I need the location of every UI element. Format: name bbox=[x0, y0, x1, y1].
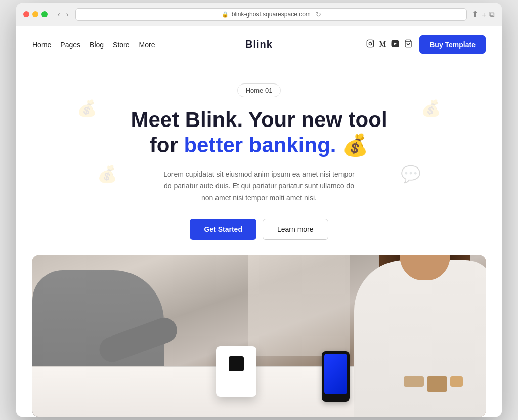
social-icons: M bbox=[366, 39, 412, 50]
hero-photo bbox=[32, 255, 486, 417]
hero-title-emoji: 💰 bbox=[342, 133, 368, 157]
browser-action-buttons: ⬆ + ⧉ bbox=[472, 10, 495, 19]
youtube-icon[interactable] bbox=[391, 39, 399, 50]
traffic-lights bbox=[23, 11, 48, 17]
terminal-logo bbox=[229, 356, 244, 371]
new-tab-button[interactable]: + bbox=[482, 10, 486, 19]
hero-buttons: Get Started Learn more bbox=[190, 219, 328, 240]
share-button[interactable]: ⬆ bbox=[472, 10, 479, 19]
nav-store[interactable]: Store bbox=[113, 40, 130, 49]
float-icon-top-right: 💰 bbox=[421, 99, 441, 118]
browser-chrome: ‹ › 🔒 blink-ghost.squarespace.com ↻ ⬆ + … bbox=[16, 3, 502, 26]
medium-icon[interactable]: M bbox=[379, 40, 386, 49]
nav-blog[interactable]: Blog bbox=[90, 40, 104, 49]
hero-badge: Home 01 bbox=[237, 83, 281, 97]
get-started-button[interactable]: Get Started bbox=[190, 219, 256, 240]
hero-section: 💰 💰 💰 💬 Home 01 Meet Blink. Your new too… bbox=[16, 63, 502, 255]
counter-item-2 bbox=[427, 376, 447, 392]
float-icon-mid-left: 💰 bbox=[97, 164, 117, 184]
lock-icon: 🔒 bbox=[222, 11, 229, 18]
nav-links: Home Pages Blog Store More bbox=[32, 40, 155, 49]
minimize-button[interactable] bbox=[32, 11, 38, 17]
browser-nav-controls: ‹ › bbox=[56, 9, 70, 19]
learn-more-button[interactable]: Learn more bbox=[263, 219, 328, 240]
navbar: Home Pages Blog Store More Blink M bbox=[16, 26, 502, 63]
counter-items bbox=[404, 376, 463, 392]
person-right-torso bbox=[354, 260, 486, 417]
svg-point-2 bbox=[372, 41, 372, 42]
svg-point-1 bbox=[369, 42, 371, 45]
refresh-icon: ↻ bbox=[316, 11, 321, 18]
address-bar[interactable]: 🔒 blink-ghost.squarespace.com ↻ bbox=[75, 8, 467, 21]
nav-pages[interactable]: Pages bbox=[60, 40, 80, 49]
nav-home[interactable]: Home bbox=[32, 40, 51, 49]
background-shelf bbox=[248, 255, 350, 356]
float-icon-mid-right: 💬 bbox=[401, 164, 421, 184]
cart-icon[interactable] bbox=[404, 39, 412, 50]
tabs-button[interactable]: ⧉ bbox=[489, 10, 495, 19]
photo-section bbox=[32, 255, 486, 417]
phone-screen bbox=[324, 354, 347, 394]
website-content: Home Pages Blog Store More Blink M bbox=[16, 26, 502, 417]
hero-subtitle: Lorem cupidatat sit eiusmod anim ipsum e… bbox=[163, 169, 355, 204]
hero-title-line2-plain: for bbox=[150, 133, 184, 157]
hero-title: Meet Blink. Your new tool for better ban… bbox=[131, 107, 387, 158]
counter-item-3 bbox=[450, 376, 463, 387]
customer-phone bbox=[322, 351, 350, 402]
brand-logo: Blink bbox=[245, 38, 273, 50]
buy-template-button[interactable]: Buy Template bbox=[419, 35, 486, 54]
counter-item-1 bbox=[404, 376, 424, 387]
hero-title-line1: Meet Blink. Your new tool bbox=[131, 108, 387, 132]
hero-title-highlight: better banking. bbox=[184, 133, 336, 157]
browser-window: ‹ › 🔒 blink-ghost.squarespace.com ↻ ⬆ + … bbox=[16, 3, 502, 417]
forward-button[interactable]: › bbox=[64, 9, 71, 19]
instagram-icon[interactable] bbox=[366, 39, 374, 50]
svg-rect-0 bbox=[367, 40, 373, 47]
url-text: blink-ghost.squarespace.com bbox=[232, 11, 311, 18]
maximize-button[interactable] bbox=[41, 11, 48, 17]
back-button[interactable]: ‹ bbox=[56, 9, 62, 19]
nav-right-section: M Buy Template bbox=[366, 35, 486, 54]
nav-more[interactable]: More bbox=[139, 40, 155, 49]
float-icon-top-left: 💰 bbox=[77, 99, 97, 118]
close-button[interactable] bbox=[23, 11, 29, 17]
payment-terminal bbox=[216, 346, 256, 397]
